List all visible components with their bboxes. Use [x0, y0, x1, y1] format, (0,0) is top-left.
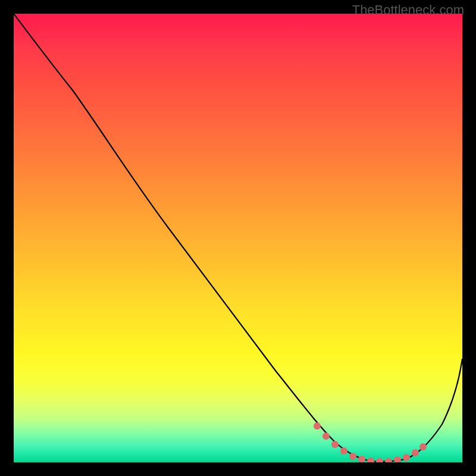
marker-dot — [385, 458, 392, 462]
watermark-text: TheBottleneck.com — [352, 2, 464, 18]
chart-plot-area — [14, 14, 462, 462]
marker-dot — [394, 456, 401, 462]
marker-dot — [349, 453, 356, 460]
marker-dot — [403, 454, 410, 461]
marker-dot — [331, 441, 339, 448]
marker-dot — [412, 449, 419, 456]
marker-dot — [314, 422, 321, 430]
highlight-markers-group — [314, 422, 427, 462]
chart-svg — [14, 14, 462, 462]
marker-dot — [358, 456, 365, 462]
marker-dot — [340, 447, 347, 455]
marker-dot — [322, 433, 330, 440]
marker-dot — [419, 443, 427, 450]
marker-dot — [376, 458, 383, 462]
bottleneck-curve-line — [14, 14, 462, 462]
marker-dot — [367, 458, 374, 462]
